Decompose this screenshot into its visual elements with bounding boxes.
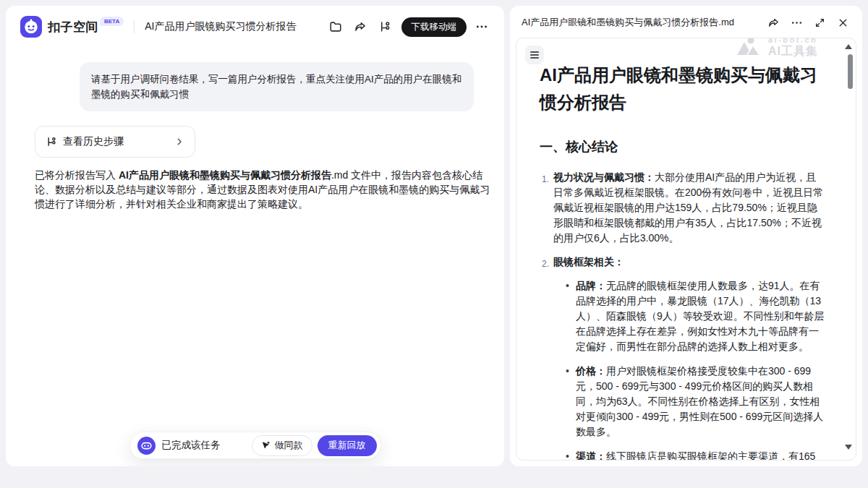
sub-item-label: 品牌 xyxy=(576,280,596,291)
sub-item-label: 渠道 xyxy=(576,450,596,460)
sub-list-item: • 品牌：无品牌的眼镜框架使用人数最多，达91人。在有品牌选择的用户中，暴龙眼镜… xyxy=(566,278,825,354)
history-steps-button[interactable]: 查看历史步骤 xyxy=(35,126,195,158)
bullet-icon: • xyxy=(566,278,569,354)
history-steps-label: 查看历史步骤 xyxy=(63,135,124,148)
bot-avatar xyxy=(137,437,156,455)
brand-name: 扣子空间 xyxy=(48,19,98,35)
user-message: 请基于用户调研问卷结果，写一篇用户分析报告，重点关注使用AI产品的用户在眼镜和墨… xyxy=(80,62,474,111)
more-icon[interactable] xyxy=(471,16,493,38)
magic-cursor-icon xyxy=(261,440,271,450)
list-number: 1. xyxy=(540,170,549,246)
scroll-down-icon[interactable] xyxy=(845,445,852,450)
assistant-file-ext: .md xyxy=(331,169,348,181)
folder-icon[interactable] xyxy=(325,16,346,38)
bullet-icon: • xyxy=(566,364,569,440)
sub-list-item: • 价格：用户对眼镜框架价格接受度较集中在300 - 699元，500 - 69… xyxy=(566,364,825,440)
doc-section-heading: 一、核心结论 xyxy=(540,138,825,155)
sub-item-text: 无品牌的眼镜框架使用人数最多，达91人。在有品牌选择的用户中，暴龙眼镜（17人）… xyxy=(576,280,825,352)
chevron-right-icon xyxy=(174,137,184,147)
scrollbar-thumb[interactable] xyxy=(848,54,853,89)
outline-menu-icon[interactable] xyxy=(525,46,544,64)
assistant-file-name: AI产品用户眼镜和墨镜购买与佩戴习惯分析报告 xyxy=(119,169,331,181)
list-item: 2. 眼镜框架相关： • 品牌：无品牌的眼镜框架使用人数最多，达91人。在有品牌… xyxy=(540,254,825,460)
doc-more-icon[interactable] xyxy=(787,13,806,32)
list-item-label: 视力状况与佩戴习惯 xyxy=(553,171,644,183)
close-icon[interactable] xyxy=(833,13,852,32)
sub-item-text: 用户对眼镜框架价格接受度较集中在300 - 699元，500 - 699元与30… xyxy=(576,365,823,437)
assistant-text-prefix: 已将分析报告写入 xyxy=(35,169,119,181)
scroll-up-icon[interactable] xyxy=(845,44,852,49)
chat-panel: 扣子空间 BETA AI产品用户眼镜购买习惯分析报告 下载移动端 xyxy=(6,6,504,466)
list-item: 1. 视力状况与佩戴习惯：大部分使用AI产品的用户为近视，且日常多佩戴近视框架眼… xyxy=(540,170,825,246)
workflow-icon[interactable] xyxy=(374,16,396,38)
task-title: AI产品用户眼镜购买习惯分析报告 xyxy=(145,20,296,33)
bullet-icon: • xyxy=(566,449,569,460)
header-divider xyxy=(134,20,135,33)
coze-logo xyxy=(20,16,42,38)
sub-item-text: 线下眼镜店是购买眼镜框架的主要渠道，有165人选择，线上平台购买人数为29人。男… xyxy=(576,450,820,460)
task-status-text: 已完成该任务 xyxy=(162,439,221,452)
doc-title: AI产品用户眼镜和墨镜购买与佩戴习惯分析报告 xyxy=(540,61,825,116)
sub-list-item: • 渠道：线下眼镜店是购买眼镜框架的主要渠道，有165人选择，线上平台购买人数为… xyxy=(566,449,825,460)
document-filename: AI产品用户眼镜和墨镜购买与佩戴习惯分析报告.md xyxy=(522,16,734,29)
doc-share-icon[interactable] xyxy=(764,13,783,32)
make-same-label: 做同款 xyxy=(275,439,303,452)
doc-list: 1. 视力状况与佩戴习惯：大部分使用AI产品的用户为近视，且日常多佩戴近视框架眼… xyxy=(540,170,825,460)
share-icon[interactable] xyxy=(349,16,371,38)
beta-badge: BETA xyxy=(100,17,124,26)
task-status-bar: 已完成该任务 做同款 重新回放 xyxy=(129,432,381,459)
assistant-message: 已将分析报告写入 AI产品用户眼镜和墨镜购买与佩戴习惯分析报告.md 文件中，报… xyxy=(35,168,491,211)
document-viewer: ai-bot.cn AI工具集 AI产品用户眼镜和墨镜购买与佩戴习惯分析报告 一… xyxy=(516,38,856,461)
history-steps-icon xyxy=(46,136,57,147)
expand-icon[interactable] xyxy=(810,13,829,32)
list-number: 2. xyxy=(540,254,549,460)
document-panel: AI产品用户眼镜和墨镜购买与佩戴习惯分析报告.md xyxy=(510,6,862,466)
replay-button[interactable]: 重新回放 xyxy=(318,435,377,456)
chat-body: 请基于用户调研问卷结果，写一篇用户分析报告，重点关注使用AI产品的用户在眼镜和墨… xyxy=(6,48,504,466)
sub-item-label: 价格 xyxy=(576,365,596,377)
make-same-button[interactable]: 做同款 xyxy=(252,435,312,456)
chat-header: 扣子空间 BETA AI产品用户眼镜购买习惯分析报告 下载移动端 xyxy=(6,6,504,48)
document-header: AI产品用户眼镜和墨镜购买与佩戴习惯分析报告.md xyxy=(516,12,856,33)
download-mobile-button[interactable]: 下载移动端 xyxy=(401,17,467,37)
list-item-label: 眼镜框架相关 xyxy=(553,256,614,267)
document-content: AI产品用户眼镜和墨镜购买与佩戴习惯分析报告 一、核心结论 1. 视力状况与佩戴… xyxy=(516,38,856,460)
